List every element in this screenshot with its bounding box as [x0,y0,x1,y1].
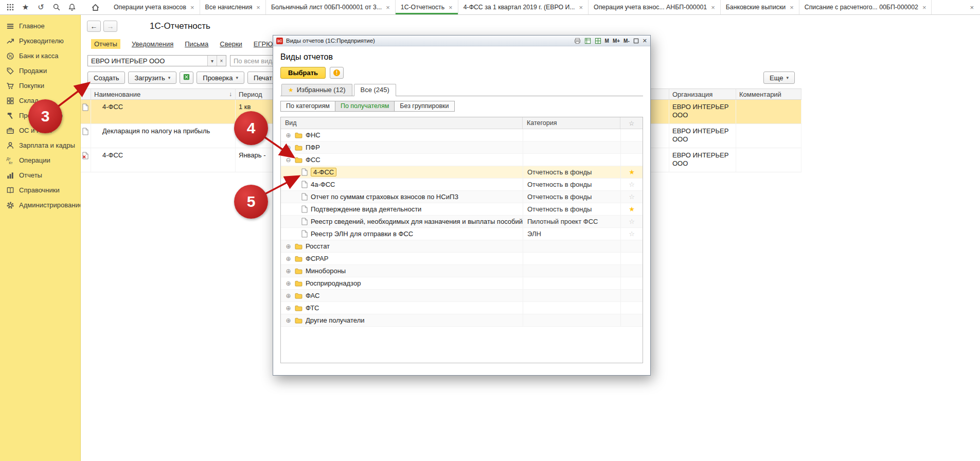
expander-icon[interactable]: ⊕ [285,292,292,299]
sidebar-item-payroll[interactable]: Зарплата и кадры [0,138,80,153]
report-kind-row[interactable]: 4-ФСС Отчетность в фонды ★ [281,166,643,179]
report-folder-row[interactable]: ⊕ ФАС [281,290,643,302]
expander-icon[interactable]: ⊕ [285,144,292,151]
load-button[interactable]: Загрузить▾ [128,72,176,84]
column-favorite-star-icon[interactable]: ☆ [620,117,643,129]
group-by-recipient-button[interactable]: По получателям [335,101,395,112]
favorite-star-icon[interactable] [620,141,643,153]
favorite-star-icon[interactable] [620,277,643,289]
report-folder-row[interactable]: ⊕ Росприроднадзор [281,277,643,290]
app-tab[interactable]: Все начисления × [200,0,266,14]
sidebar-item-purchases[interactable]: Покупки [0,78,80,93]
apps-menu-icon[interactable] [5,3,15,12]
section-tab-сверки[interactable]: Сверки [220,40,242,48]
expander-icon[interactable]: ⊕ [285,243,292,250]
sidebar-item-references[interactable]: Справочники [0,183,80,198]
close-tab-icon[interactable]: × [790,4,794,11]
column-comment[interactable]: Комментарий [736,89,801,99]
create-button[interactable]: Создать [87,72,125,84]
back-button[interactable]: ← [87,21,101,32]
expander-icon[interactable]: ⊕ [285,132,292,139]
close-tab-icon[interactable]: × [922,4,926,11]
favorite-star-icon[interactable] [620,240,643,252]
favorite-star-icon[interactable]: ★ [620,203,643,215]
info-button[interactable]: ! [330,67,344,79]
column-category[interactable]: Категория [523,117,620,129]
close-tab-icon[interactable]: × [190,4,194,11]
sidebar-item-sales[interactable]: Продажи [0,63,80,78]
close-icon[interactable]: ✕ [643,38,647,44]
dialog-titlebar[interactable]: 1С Виды отчетов (1С:Предприятие) М М+ М-… [273,36,650,46]
section-tab-письма[interactable]: Письма [185,40,208,48]
notifications-bell-icon[interactable] [67,3,77,12]
favorite-star-icon[interactable]: ☆ [620,216,643,227]
report-folder-row[interactable]: ⊕ Другие получатели [281,314,643,327]
close-tab-icon[interactable]: × [711,4,715,11]
memory-button[interactable]: М [605,38,609,44]
history-icon[interactable]: ↺ [36,3,46,12]
clear-filter-icon[interactable]: × [217,56,226,66]
app-tab[interactable]: Операция учета взнос... АНБП-000001 × [589,0,721,14]
check-button[interactable]: Проверка▾ [197,72,244,84]
column-organization[interactable]: Организация [669,89,736,99]
sidebar-item-manager[interactable]: Руководителю [0,33,80,48]
report-kind-row[interactable]: Подтверждение вида деятельности Отчетнос… [281,203,643,216]
no-grouping-button[interactable]: Без группировки [394,101,454,112]
favorite-star-icon[interactable]: ☆ [620,228,643,240]
close-tab-icon[interactable]: × [256,4,260,11]
forward-button[interactable]: → [103,21,117,32]
favorite-star-icon[interactable] [620,265,643,277]
report-folder-row[interactable]: ⊕ ФТС [281,302,643,314]
favorites-star-icon[interactable]: ★ [21,3,30,12]
app-tab[interactable]: Операции учета взносов × [109,0,200,14]
favorite-star-icon[interactable] [620,302,643,314]
report-kind-row[interactable]: Реестр сведений, необходимых для назначе… [281,216,643,228]
group-by-category-button[interactable]: По категориям [280,101,335,112]
tab-all[interactable]: Все (245) [354,84,396,96]
report-folder-row[interactable]: ⊕ Росстат [281,240,643,253]
favorite-star-icon[interactable]: ★ [620,166,643,178]
report-kind-row[interactable]: Отчет по суммам страховых взносов по НСи… [281,191,643,203]
expander-icon[interactable]: ⊕ [285,280,292,287]
sidebar-item-administration[interactable]: Администрирование [0,198,80,212]
report-folder-row[interactable]: ⊕ Минобороны [281,265,643,277]
expander-icon[interactable]: ⊕ [285,268,292,275]
favorite-star-icon[interactable] [620,290,643,302]
sidebar-item-assets[interactable]: ОС и НМА [0,123,80,138]
sidebar-item-bank[interactable]: Банк и касса [0,48,80,63]
favorite-star-icon[interactable]: ☆ [620,179,643,190]
app-tab[interactable]: 1С-Отчетность × [396,0,458,14]
report-kind-row[interactable]: Реестр ЭЛН для отправки в ФСС ЭЛН ☆ [281,228,643,240]
expander-icon[interactable]: ⊕ [285,305,292,312]
close-tab-icon[interactable]: × [386,4,390,11]
sidebar-item-warehouse[interactable]: Склад [0,93,80,108]
expander-icon[interactable]: ⊖ [285,156,292,164]
report-folder-row[interactable]: ⊕ ПФР [281,141,643,154]
favorite-star-icon[interactable] [620,129,643,141]
search-icon[interactable] [51,3,61,12]
home-icon[interactable] [91,3,100,12]
sidebar-item-operations[interactable]: ДтКт Операции [0,153,80,168]
favorite-star-icon[interactable] [620,253,643,264]
app-tab[interactable]: 4-ФСС за 1 квартал 2019 г. (ЕВРО И... × [458,0,589,14]
spreadsheet2-icon[interactable] [595,38,601,44]
close-icon[interactable]: × [964,0,980,14]
app-tab[interactable]: Больничный лист 00БП-000001 от 3... × [266,0,396,14]
expander-icon[interactable]: ⊕ [285,317,292,324]
tab-favorites[interactable]: ★Избранные (12) [281,84,352,96]
spreadsheet-icon[interactable] [584,38,591,44]
sidebar-item-production[interactable]: Производство [0,108,80,123]
expander-icon[interactable]: ⊕ [285,255,292,262]
app-tab[interactable]: Списание с расчетного... 00БП-000002 × [799,0,932,14]
section-tab-уведомления[interactable]: Уведомления [132,40,173,48]
report-folder-row[interactable]: ⊖ ФСС [281,154,643,166]
sidebar-item-reports[interactable]: Отчеты [0,168,80,183]
report-folder-row[interactable]: ⊕ ФНС [281,129,643,141]
report-kind-row[interactable]: 4а-ФСС Отчетность в фонды ☆ [281,179,643,191]
memory-plus-button[interactable]: М+ [613,38,620,44]
report-folder-row[interactable]: ⊕ ФСРАР [281,253,643,265]
column-kind[interactable]: Вид [281,117,523,129]
favorite-star-icon[interactable] [620,314,643,326]
sidebar-item-main[interactable]: Главное [0,19,80,33]
chevron-down-icon[interactable]: ▾ [207,56,217,66]
